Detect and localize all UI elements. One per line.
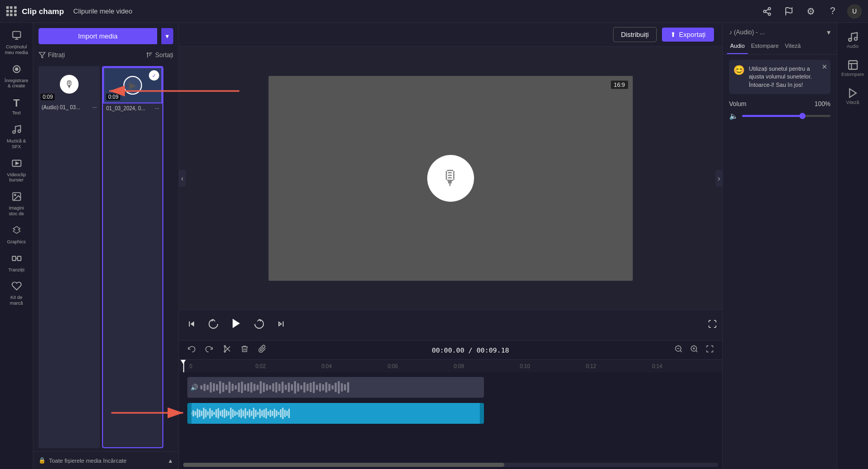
export-label: Exportați	[679, 31, 706, 38]
right-panel-title: ♪ (Audio) - ...	[729, 29, 765, 36]
waveform-blue	[190, 408, 481, 419]
media-panel: Import media ▾ Filtrați Sortați 🎙 0:09 (	[33, 23, 179, 469]
sidebar-item-stock-video[interactable]: Videoclip bursier	[2, 155, 31, 187]
media-grid: 🎙 0:09 (Audio) 01_ 03... ··· ▶ ✓ 0:09 01…	[33, 63, 178, 451]
play-button[interactable]	[228, 315, 245, 335]
volume-slider-row: 🔈	[729, 112, 831, 120]
ruler-marks: 0 0:02 0:04 0:06 0:08 0:10 0:12 0:14	[183, 363, 718, 369]
help-icon[interactable]: ?	[825, 4, 840, 19]
rewind-button[interactable]	[206, 317, 221, 334]
delete-button[interactable]	[238, 344, 251, 356]
tooltip-box: 😊 ✕ Utilizați sunetul pentru a ajusta vo…	[729, 60, 831, 94]
chevron-down-icon[interactable]: ▾	[827, 28, 831, 36]
timeline-scrollbar[interactable]	[183, 463, 718, 467]
apps-icon[interactable]	[6, 6, 17, 17]
svg-point-10	[18, 130, 20, 133]
tab-audio[interactable]: Audio	[727, 38, 748, 54]
timeline-scrollbar-thumb[interactable]	[183, 463, 504, 467]
user-avatar[interactable]: U	[847, 4, 862, 19]
distribute-button[interactable]: Distribuiți	[613, 27, 656, 42]
right-panel-body: 😊 ✕ Utilizați sunetul pentru a ajusta vo…	[723, 55, 837, 469]
waveform-gray	[200, 381, 481, 394]
svg-point-9	[12, 131, 15, 133]
volume-slider-thumb[interactable]	[799, 113, 806, 119]
right-icons-column: Audio Estompare Viteză	[837, 23, 868, 469]
skip-to-end-button[interactable]	[274, 317, 288, 334]
cut-button[interactable]	[221, 344, 233, 356]
expand-button[interactable]	[708, 319, 717, 331]
playhead-line	[183, 360, 184, 372]
video-thumb-icon: ▶	[123, 76, 142, 95]
svg-point-35	[848, 38, 851, 42]
clip-options-button[interactable]	[256, 344, 269, 356]
volume-slider[interactable]	[742, 115, 831, 117]
sidebar-item-record[interactable]: Înregistrare & create	[2, 61, 31, 93]
sidebar-item-label-record: Înregistrare & create	[4, 78, 29, 89]
track-handle-left[interactable]	[187, 403, 192, 424]
ruler-mark-5: 0:10	[520, 363, 586, 369]
ruler-mark-0: 0	[183, 363, 256, 369]
center-area: Distribuiți ⬆ Exportați ‹ 🎙 16:9 ›	[179, 23, 722, 469]
my-media-icon	[11, 30, 22, 43]
svg-line-3	[765, 12, 768, 14]
footer-chevron[interactable]: ▲	[168, 458, 173, 464]
track-audio-gray[interactable]: 🔊	[187, 377, 484, 398]
sidebar-item-label-stock-images: Imagini stoc de	[4, 205, 29, 217]
media-item-audio-menu[interactable]: ···	[93, 105, 97, 110]
flag-icon[interactable]	[782, 4, 796, 19]
right-col-estompare[interactable]: Estompare	[839, 55, 866, 81]
media-item-audio[interactable]: 🎙 0:09 (Audio) 01_ 03... ···	[39, 66, 100, 448]
forward-button[interactable]	[252, 317, 266, 334]
svg-line-30	[696, 350, 697, 352]
right-panel-tabs: Audio Estompare Viteză	[723, 38, 837, 55]
sidebar-item-text[interactable]: T Text	[2, 94, 31, 119]
timeline-time: 00:00.00 / 00:09.18	[274, 346, 667, 354]
media-item-video[interactable]: ▶ ✓ 0:09 01_03_2024, 0... ···	[102, 66, 163, 448]
filter-label: Filtrați	[48, 51, 65, 59]
right-col-audio[interactable]: Audio	[839, 27, 866, 53]
sidebar-item-label-text: Text	[12, 110, 21, 116]
ruler-mark-7: 0:14	[652, 363, 718, 369]
sort-button[interactable]: Sortați	[146, 51, 173, 59]
share-icon[interactable]	[760, 4, 774, 19]
import-media-button[interactable]: Import media	[39, 28, 157, 44]
tab-estompare[interactable]: Estompare	[748, 38, 782, 54]
export-button[interactable]: ⬆ Exportați	[662, 28, 714, 42]
left-sidebar: Conținutul meu media Înregistrare & crea…	[0, 23, 33, 469]
track-handle-right[interactable]	[480, 403, 484, 424]
ruler-mark-4: 0:08	[454, 363, 520, 369]
brand-kit-icon	[11, 281, 22, 294]
rewind-to-start-button[interactable]	[184, 317, 199, 334]
svg-rect-37	[848, 61, 857, 70]
timeline-zoom-controls	[672, 344, 716, 356]
settings-icon[interactable]: ⚙	[803, 4, 818, 19]
tab-viteza[interactable]: Viteză	[782, 38, 803, 54]
sidebar-item-brand-kit[interactable]: Kit de marcă	[2, 278, 31, 309]
redo-button[interactable]	[203, 344, 215, 356]
zoom-out-button[interactable]	[672, 344, 685, 356]
video-preview: ‹ 🎙 16:9 ›	[179, 47, 722, 309]
fit-timeline-button[interactable]	[704, 344, 716, 356]
right-panel-header: ♪ (Audio) - ... ▾	[723, 23, 837, 38]
collapse-right-button[interactable]: ›	[716, 170, 722, 187]
right-panel: ♪ (Audio) - ... ▾ Audio Estompare Viteză…	[722, 23, 837, 469]
nav-link[interactable]: Clipurile mele video	[73, 7, 760, 15]
collapse-left-button[interactable]: ‹	[179, 170, 186, 187]
tooltip-close-button[interactable]: ✕	[822, 63, 827, 71]
filter-button[interactable]: Filtrați	[39, 51, 65, 59]
media-item-video-menu[interactable]: ···	[155, 106, 159, 111]
zoom-in-button[interactable]	[688, 344, 700, 356]
sidebar-item-transitions[interactable]: Tranziții	[2, 250, 31, 276]
sidebar-item-my-media[interactable]: Conținutul meu media	[2, 27, 31, 59]
import-dropdown-button[interactable]: ▾	[161, 28, 173, 44]
sidebar-item-stock-images[interactable]: Imagini stoc de	[2, 188, 31, 220]
right-col-viteza[interactable]: Viteză	[839, 83, 866, 109]
undo-button[interactable]	[185, 344, 198, 356]
sidebar-item-music[interactable]: Muzică & SFX	[2, 121, 31, 153]
sidebar-item-label-transitions: Tranziții	[8, 267, 24, 273]
sort-label: Sortați	[155, 51, 173, 59]
sidebar-item-graphics[interactable]: Graphics	[2, 222, 31, 248]
ruler-mark-1: 0:02	[256, 363, 322, 369]
sidebar-item-label-brand-kit: Kit de marcă	[4, 295, 29, 306]
track-audio-blue[interactable]	[187, 403, 484, 424]
